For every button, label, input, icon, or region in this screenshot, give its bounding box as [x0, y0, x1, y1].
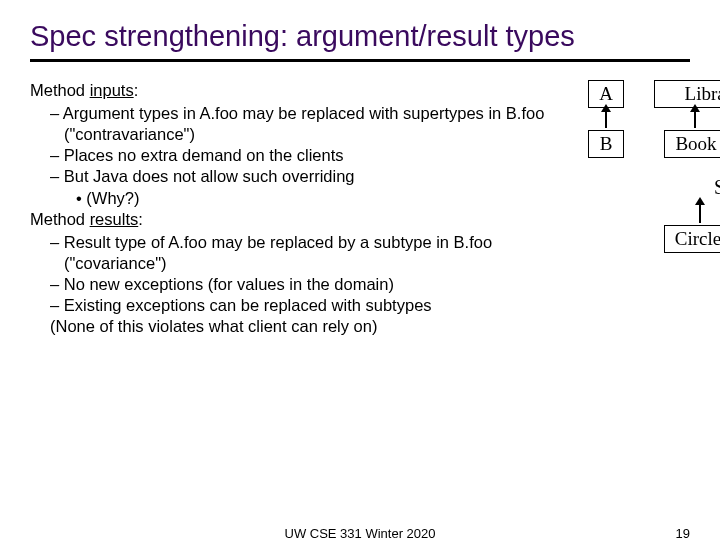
section1-underline: inputs [90, 81, 134, 99]
label-shape: Shape [714, 176, 720, 199]
arrow-circle-shape [699, 203, 701, 223]
box-b: B [588, 130, 624, 158]
section2-label: Method [30, 210, 90, 228]
diagram: A B Library.Holding Book CD Shape Circle… [584, 80, 720, 300]
section1-label: Method [30, 81, 90, 99]
slide-title: Spec strengthening: argument/result type… [30, 20, 690, 62]
bullet-4: – Result type of A.foo may be replaced b… [64, 232, 584, 274]
box-libraryholding: Library.Holding [654, 80, 720, 108]
box-circle: Circle [664, 225, 720, 253]
box-book: Book [664, 130, 720, 158]
section1-colon: : [134, 81, 139, 99]
footer-center: UW CSE 331 Winter 2020 [284, 526, 435, 540]
note: (None of this violates what client can r… [50, 316, 570, 337]
body-text: Method inputs: – Argument types in A.foo… [30, 80, 584, 337]
bullet-2: – Places no extra demand on the clients [64, 145, 584, 166]
arrow-b-a [605, 110, 607, 128]
arrow-book-lh [694, 110, 696, 128]
section2-colon: : [138, 210, 143, 228]
page-number: 19 [676, 526, 690, 540]
bullet-6: – Existing exceptions can be replaced wi… [64, 295, 584, 316]
section2-underline: results [90, 210, 139, 228]
bullet-3: – But Java does not allow such overridin… [64, 166, 584, 187]
bullet-3a: • (Why?) [88, 188, 584, 209]
bullet-1: – Argument types in A.foo may be replace… [64, 103, 584, 145]
bullet-5: – No new exceptions (for values in the d… [64, 274, 564, 295]
